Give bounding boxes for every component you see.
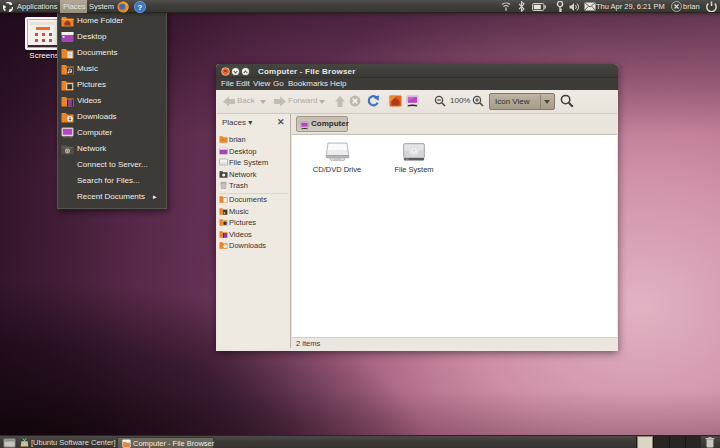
svg-text:?: ?: [138, 2, 143, 11]
